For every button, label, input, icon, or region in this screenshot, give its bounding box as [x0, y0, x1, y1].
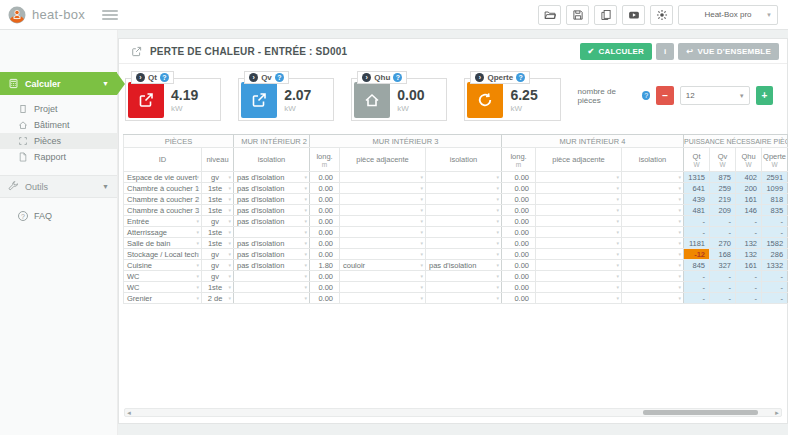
cell-m4_long[interactable]: 0.00 [502, 183, 536, 194]
cell-id[interactable]: Atterrissage [124, 227, 202, 238]
cell-m3_adj[interactable] [340, 172, 426, 183]
sidebar-item-faq[interactable]: ? FAQ [0, 208, 117, 224]
cell-m4_adj[interactable] [536, 227, 622, 238]
cell-m3_long[interactable]: 0.00 [310, 227, 340, 238]
cell-iso2[interactable]: pas d'isolation [234, 238, 310, 249]
cell-m4_long[interactable]: 0.00 [502, 293, 536, 304]
help-icon[interactable]: ? [275, 73, 284, 82]
cell-m4_long[interactable]: 0.00 [502, 238, 536, 249]
cell-m4_long[interactable]: 0.00 [502, 282, 536, 293]
cell-m4_iso[interactable] [622, 205, 684, 216]
cell-m3_iso[interactable] [426, 238, 502, 249]
copy-document-button[interactable] [594, 5, 617, 25]
cell-m3_adj[interactable] [340, 271, 426, 282]
cell-niveau[interactable]: 1ste [202, 194, 234, 205]
cell-m4_long[interactable]: 0.00 [502, 249, 536, 260]
sidebar-item-pieces[interactable]: Pièces [0, 133, 117, 149]
cell-m3_long[interactable]: 0.00 [310, 172, 340, 183]
cell-niveau[interactable]: 2 de [202, 293, 234, 304]
cell-m3_adj[interactable] [340, 183, 426, 194]
cell-m3_adj[interactable] [340, 216, 426, 227]
calculate-button[interactable]: ✔ CALCULER [580, 43, 653, 60]
cell-m3_adj[interactable] [340, 238, 426, 249]
rooms-count-select[interactable]: 12 ▼ [680, 86, 750, 105]
cell-m3_adj[interactable] [340, 282, 426, 293]
cell-id[interactable]: WC [124, 282, 202, 293]
cell-m3_iso[interactable] [426, 227, 502, 238]
rooms-decrement-button[interactable]: − [656, 86, 673, 105]
cell-m4_adj[interactable] [536, 282, 622, 293]
cell-m3_adj[interactable]: couloir [340, 260, 426, 271]
cell-m4_adj[interactable] [536, 271, 622, 282]
cell-m3_long[interactable]: 0.00 [310, 183, 340, 194]
cell-m3_long[interactable]: 0.00 [310, 216, 340, 227]
cell-m3_long[interactable]: 0.00 [310, 205, 340, 216]
cell-m4_long[interactable]: 0.00 [502, 271, 536, 282]
cell-m4_iso[interactable] [622, 260, 684, 271]
cell-m4_iso[interactable] [622, 249, 684, 260]
cell-id[interactable]: Entrée [124, 216, 202, 227]
cell-m3_iso[interactable]: pas d'isolation [426, 260, 502, 271]
cell-niveau[interactable]: 1ste [202, 238, 234, 249]
cell-id[interactable]: Chambre à coucher 2 [124, 194, 202, 205]
cell-id[interactable]: Espace de vie ouvert [124, 172, 202, 183]
cell-niveau[interactable]: 1ste [202, 205, 234, 216]
cell-niveau[interactable]: gv [202, 260, 234, 271]
cell-m4_iso[interactable] [622, 216, 684, 227]
cell-m4_adj[interactable] [536, 183, 622, 194]
cell-m4_long[interactable]: 0.00 [502, 205, 536, 216]
cell-m4_iso[interactable] [622, 271, 684, 282]
sidebar-item-projet[interactable]: Projet [0, 101, 117, 117]
cell-iso2[interactable] [234, 227, 310, 238]
sidebar-item-rapport[interactable]: Rapport [0, 149, 117, 165]
help-icon[interactable]: ? [642, 91, 651, 100]
cell-id[interactable]: Salle de bain [124, 238, 202, 249]
toggle-circle-icon[interactable]: › [136, 73, 145, 82]
cell-m4_adj[interactable] [536, 260, 622, 271]
cell-m3_iso[interactable] [426, 194, 502, 205]
cell-m3_iso[interactable] [426, 183, 502, 194]
video-button[interactable] [622, 5, 645, 25]
cell-m3_long[interactable]: 0.00 [310, 249, 340, 260]
cell-m4_adj[interactable] [536, 194, 622, 205]
cell-m4_adj[interactable] [536, 249, 622, 260]
scroll-left-icon[interactable]: ◄ [125, 409, 133, 416]
cell-m4_long[interactable]: 0.00 [502, 216, 536, 227]
overview-button[interactable]: ↩ VUE D'ENSEMBLE [678, 43, 779, 60]
cell-iso2[interactable]: pas d'isolation [234, 260, 310, 271]
cell-m3_long[interactable]: 0.00 [310, 282, 340, 293]
help-icon[interactable]: ? [516, 73, 525, 82]
cell-m3_iso[interactable] [426, 293, 502, 304]
cell-iso2[interactable]: pas d'isolation [234, 249, 310, 260]
cell-m3_adj[interactable] [340, 194, 426, 205]
cell-m3_iso[interactable] [426, 216, 502, 227]
cell-m4_iso[interactable] [622, 227, 684, 238]
cell-m4_iso[interactable] [622, 238, 684, 249]
cell-m3_iso[interactable] [426, 172, 502, 183]
cell-m4_long[interactable]: 0.00 [502, 260, 536, 271]
cell-m4_adj[interactable] [536, 216, 622, 227]
cell-m3_long[interactable]: 1.80 [310, 260, 340, 271]
scroll-right-icon[interactable]: ► [773, 409, 781, 416]
cell-m4_iso[interactable] [622, 172, 684, 183]
cell-id[interactable]: Grenier [124, 293, 202, 304]
cell-m3_adj[interactable] [340, 227, 426, 238]
cell-m3_long[interactable]: 0.00 [310, 271, 340, 282]
save-button[interactable] [566, 5, 589, 25]
cell-m3_adj[interactable] [340, 293, 426, 304]
cell-m3_iso[interactable] [426, 282, 502, 293]
scrollbar-thumb[interactable] [643, 410, 758, 415]
cell-iso2[interactable] [234, 271, 310, 282]
toggle-circle-icon[interactable]: › [249, 73, 258, 82]
cell-m3_long[interactable]: 0.00 [310, 238, 340, 249]
cell-iso2[interactable] [234, 293, 310, 304]
sidebar-section-calculer[interactable]: Calculer ▼ [0, 72, 117, 95]
settings-button[interactable] [650, 5, 673, 25]
cell-id[interactable]: Stockage / Local tech [124, 249, 202, 260]
cell-m4_adj[interactable] [536, 293, 622, 304]
cell-iso2[interactable]: pas d'isolation [234, 183, 310, 194]
cell-niveau[interactable]: 1ste [202, 282, 234, 293]
cell-m3_adj[interactable] [340, 249, 426, 260]
cell-id[interactable]: Cuisine [124, 260, 202, 271]
cell-id[interactable]: Chambre à coucher 1 [124, 183, 202, 194]
